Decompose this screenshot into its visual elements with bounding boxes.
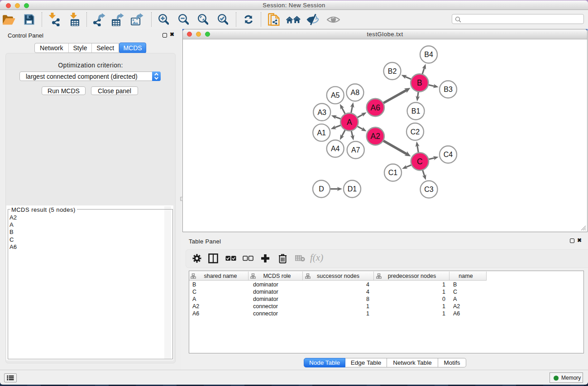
svg-text:B1: B1 xyxy=(411,107,421,115)
svg-text:A1: A1 xyxy=(317,129,326,137)
svg-text:C4: C4 xyxy=(444,151,453,158)
svg-text:B4: B4 xyxy=(424,51,433,58)
svg-text:B2: B2 xyxy=(388,67,397,75)
svg-text:A6: A6 xyxy=(371,103,380,112)
svg-text:C2: C2 xyxy=(411,128,420,136)
svg-text:C: C xyxy=(417,157,423,166)
svg-text:A3: A3 xyxy=(317,109,326,116)
svg-text:C1: C1 xyxy=(388,169,398,176)
svg-text:B3: B3 xyxy=(444,86,453,93)
svg-text:D: D xyxy=(319,185,324,193)
svg-text:B: B xyxy=(417,78,422,87)
svg-text:A4: A4 xyxy=(331,145,340,152)
svg-text:A: A xyxy=(347,118,352,127)
svg-text:A8: A8 xyxy=(351,89,360,96)
svg-text:A2: A2 xyxy=(371,132,380,141)
svg-text:D1: D1 xyxy=(348,185,357,193)
svg-text:C3: C3 xyxy=(424,186,434,193)
svg-text:A7: A7 xyxy=(351,146,360,154)
svg-text:A5: A5 xyxy=(331,91,340,99)
